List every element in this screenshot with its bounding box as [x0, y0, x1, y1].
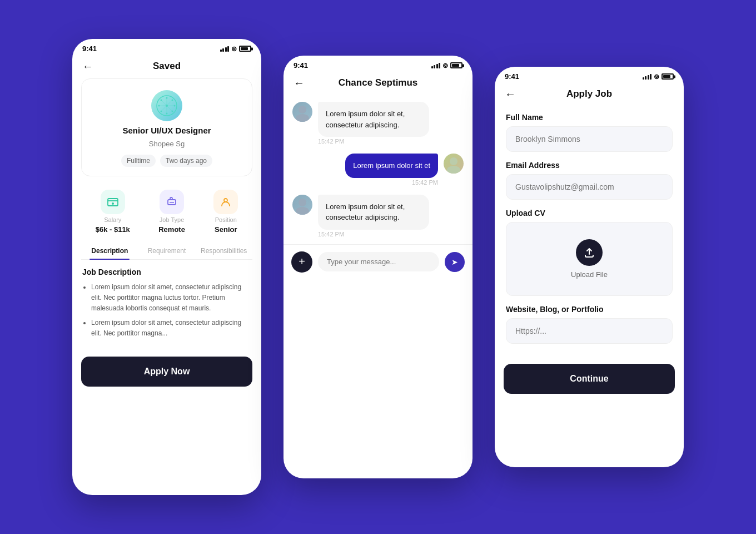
signal-icon-3	[643, 74, 652, 80]
svg-point-24	[296, 207, 309, 215]
status-icons-1: ⊚	[220, 45, 252, 53]
salary-label: Salary	[104, 216, 121, 223]
cv-label: Upload CV	[506, 209, 673, 217]
upload-icon	[576, 239, 603, 266]
page-title-3: Apply Job	[566, 88, 612, 100]
back-button-1[interactable]: ←	[82, 60, 93, 73]
status-icons-3: ⊚	[643, 73, 674, 81]
svg-rect-14	[108, 199, 118, 206]
status-icons-2: ⊚	[431, 62, 463, 70]
job-title: Senior UI/UX Designer	[122, 126, 211, 135]
stat-position: Position Senior	[213, 190, 238, 234]
status-time-2: 9:41	[294, 61, 308, 70]
chat-time-2: 15:42 PM	[292, 179, 438, 186]
desc-item-2: Lorem ipsum dolor sit amet, consectetur …	[91, 318, 251, 339]
phone-apply: 9:41 ⊚ ← Apply Job Full Name Email Addre…	[495, 67, 684, 467]
bubble-received-1: Lorem ipsum dolor sit et, consectetur ad…	[318, 102, 429, 137]
portfolio-input[interactable]	[506, 318, 673, 344]
salary-icon	[101, 190, 125, 214]
job-desc-list: Lorem ipsum dolor sit amet, consectetur …	[82, 282, 251, 339]
status-time-3: 9:41	[505, 72, 519, 81]
chat-msg-sent: Lorem ipsum dolor sit et	[292, 154, 464, 178]
logo-svg	[155, 93, 179, 118]
phone-chat: 9:41 ⊚ ← Chance Septimus Lorem ipsum dol…	[284, 56, 472, 478]
attach-button[interactable]: +	[291, 251, 312, 273]
battery-icon-2	[450, 62, 462, 68]
wifi-icon-3: ⊚	[654, 73, 659, 81]
battery-icon-1	[239, 46, 251, 52]
jobtype-icon	[160, 190, 184, 214]
status-bar-1: 9:41 ⊚	[72, 39, 261, 56]
email-label: Email Address	[506, 161, 673, 170]
tab-responsibilities[interactable]: Responsibilities	[195, 243, 252, 259]
svg-point-20	[296, 114, 309, 122]
status-bar-3: 9:41 ⊚	[495, 67, 684, 84]
send-button[interactable]: ➤	[445, 252, 465, 272]
chat-msg-received-2: Lorem ipsum dolor sit et, consectetur ad…	[292, 195, 464, 230]
apply-form: Full Name Email Address Upload CV Upload…	[495, 106, 684, 359]
back-button-3[interactable]: ←	[505, 88, 516, 101]
salary-value: $6k - $11k	[96, 225, 130, 234]
page-title-2: Chance Septimus	[339, 77, 418, 88]
avatar-sent	[444, 154, 464, 174]
email-input[interactable]	[506, 174, 673, 200]
back-button-2[interactable]: ←	[294, 77, 305, 90]
full-name-label: Full Name	[506, 113, 673, 122]
chat-input-row: + ➤	[284, 244, 472, 279]
bubble-received-2: Lorem ipsum dolor sit et, consectetur ad…	[318, 195, 429, 230]
status-bar-2: 9:41 ⊚	[284, 56, 472, 73]
job-company: Shopee Sg	[149, 140, 185, 148]
wifi-icon-2: ⊚	[442, 62, 448, 70]
chat-time-3: 15:42 PM	[318, 231, 464, 238]
message-input[interactable]	[318, 252, 439, 271]
job-desc-title: Job Description	[82, 268, 251, 276]
phone-saved: 9:41 ⊚ ← Saved	[72, 39, 261, 495]
chat-container: Lorem ipsum dolor sit et, consectetur ad…	[284, 95, 472, 244]
position-value: Senior	[215, 225, 237, 234]
svg-point-15	[112, 202, 114, 205]
upload-text: Upload File	[571, 270, 608, 279]
avatar-received-1	[292, 102, 312, 122]
status-time-1: 9:41	[82, 44, 97, 53]
svg-point-23	[299, 199, 306, 206]
tabs-row: Description Requirement Responsibilities	[81, 243, 252, 260]
continue-button[interactable]: Continue	[504, 364, 675, 394]
wifi-icon-1: ⊚	[231, 45, 237, 53]
nav-header-3: ← Apply Job	[495, 84, 684, 106]
stat-salary: Salary $6k - $11k	[96, 190, 130, 234]
position-icon	[213, 190, 238, 214]
portfolio-label: Website, Blog, or Portfolio	[506, 305, 673, 314]
tag-time: Two days ago	[160, 155, 212, 167]
nav-header-2: ← Chance Septimus	[284, 73, 472, 95]
signal-icon-1	[220, 46, 230, 52]
job-card: Senior UI/UX Designer Shopee Sg Fulltime…	[81, 78, 252, 176]
apply-now-button[interactable]: Apply Now	[81, 357, 252, 387]
nav-header-1: ← Saved	[72, 56, 261, 78]
signal-icon-2	[431, 63, 441, 68]
chat-message-2: Lorem ipsum dolor sit et 15:42 PM	[292, 154, 464, 186]
upload-cv-box[interactable]: Upload File	[506, 222, 673, 296]
svg-point-22	[447, 166, 460, 174]
job-tags: Fulltime Two days ago	[121, 155, 212, 167]
jobtype-value: Remote	[158, 225, 185, 234]
battery-icon-3	[662, 73, 674, 80]
position-label: Position	[215, 216, 237, 223]
jobtype-label: Job Type	[160, 216, 184, 223]
stats-row: Salary $6k - $11k Job Type Remote Positi…	[72, 185, 261, 243]
svg-point-21	[450, 157, 457, 165]
full-name-input[interactable]	[506, 126, 673, 152]
page-title-1: Saved	[153, 61, 181, 72]
svg-point-19	[299, 106, 306, 113]
tag-fulltime: Fulltime	[121, 155, 156, 167]
tab-description[interactable]: Description	[81, 243, 138, 259]
job-description-section: Job Description Lorem ipsum dolor sit am…	[72, 260, 261, 350]
company-logo	[151, 90, 182, 121]
bubble-sent: Lorem ipsum dolor sit et	[345, 154, 438, 178]
avatar-received-2	[292, 195, 312, 215]
stat-jobtype: Job Type Remote	[158, 190, 185, 234]
chat-msg-received-1: Lorem ipsum dolor sit et, consectetur ad…	[292, 102, 464, 137]
chat-time-1: 15:42 PM	[318, 138, 464, 145]
desc-item-1: Lorem ipsum dolor sit amet, consectetur …	[91, 282, 251, 314]
chat-message-1: Lorem ipsum dolor sit et, consectetur ad…	[292, 102, 464, 145]
tab-requirement[interactable]: Requirement	[138, 243, 196, 259]
